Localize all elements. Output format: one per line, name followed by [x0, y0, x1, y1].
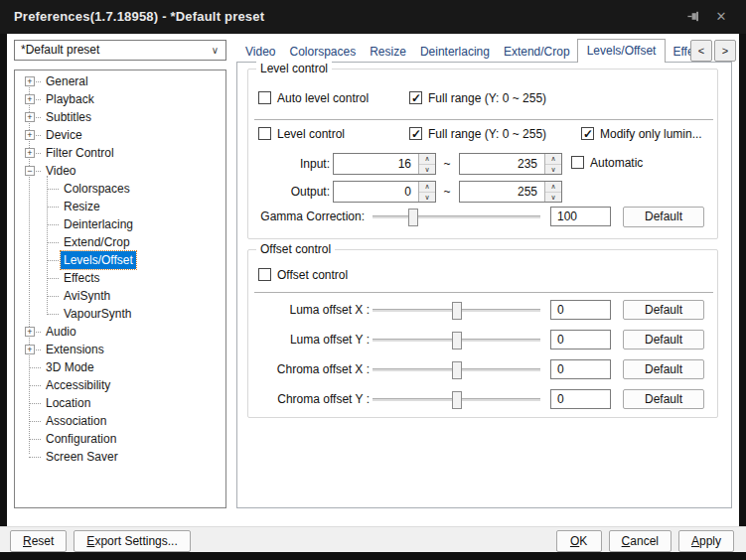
spin-up-icon[interactable]: ∧	[419, 154, 435, 165]
tree-expand-toggle-icon[interactable]: +	[25, 327, 35, 337]
tree-expand-toggle-icon[interactable]	[25, 398, 35, 408]
tree-item[interactable]: + Filter Control	[15, 144, 225, 162]
full-range-top-checkbox[interactable]: Full range (Y: 0 ~ 255)	[409, 91, 546, 105]
tree-item[interactable]: AviSynth	[15, 287, 225, 305]
footer-button[interactable]: OK	[556, 530, 602, 552]
tree-expand-toggle-icon[interactable]: −	[25, 166, 35, 176]
tree-expand-toggle-icon[interactable]: +	[25, 94, 35, 104]
group-title: Offset control	[256, 242, 335, 256]
full-range-checkbox[interactable]: Full range (Y: 0 ~ 255)	[409, 127, 546, 141]
tree-item[interactable]: Extend/Crop	[15, 233, 225, 251]
tree-item[interactable]: + Playback	[15, 90, 225, 108]
tree-item[interactable]: 3D Mode	[15, 358, 225, 376]
tree-item[interactable]: + General	[15, 72, 225, 90]
offset-value-field[interactable]: 0	[550, 359, 611, 379]
offset-control-checkbox[interactable]: Offset control	[258, 268, 348, 282]
tree-item[interactable]: Association	[15, 412, 225, 430]
spin-down-icon[interactable]: ∨	[545, 193, 561, 203]
gamma-value-field[interactable]: 100	[550, 207, 611, 226]
close-icon[interactable]: ✕	[712, 9, 730, 25]
tree-item[interactable]: Accessibility	[15, 376, 225, 394]
tree-expand-toggle-icon[interactable]	[25, 434, 35, 444]
tree-item[interactable]: + Subtitles	[15, 108, 225, 126]
footer-button[interactable]: Cancel	[609, 530, 671, 552]
tree-expand-toggle-icon[interactable]	[25, 452, 35, 462]
spin-down-icon[interactable]: ∨	[545, 165, 561, 175]
tree-expand-toggle-icon[interactable]	[25, 219, 35, 229]
gamma-slider-thumb[interactable]	[408, 209, 418, 226]
offset-slider[interactable]	[373, 398, 540, 401]
tree-expand-toggle-icon[interactable]	[25, 416, 35, 426]
tree-item[interactable]: Screen Saver	[15, 448, 225, 466]
offset-value-field[interactable]: 0	[550, 330, 611, 350]
tree-expand-toggle-icon[interactable]: +	[25, 345, 35, 354]
offset-slider-thumb[interactable]	[452, 391, 462, 409]
tree-item[interactable]: Deinterlacing	[15, 215, 225, 233]
footer-button[interactable]: Apply	[678, 530, 734, 552]
tab[interactable]: Colorspaces	[282, 41, 363, 63]
input-low-spinner[interactable]: 16 ∧∨	[333, 153, 436, 175]
tab-scroll-left-button[interactable]: <	[690, 40, 712, 62]
tree-expand-toggle-icon[interactable]	[25, 362, 35, 372]
tree-expand-toggle-icon[interactable]	[25, 202, 35, 211]
tree-expand-toggle-icon[interactable]	[25, 255, 35, 265]
tree-item[interactable]: Levels/Offset	[15, 251, 225, 269]
tree-item[interactable]: + Extensions	[15, 341, 225, 358]
automatic-checkbox[interactable]: Automatic	[571, 156, 643, 170]
offset-slider-thumb[interactable]	[452, 302, 462, 320]
spin-up-icon[interactable]: ∧	[419, 182, 435, 193]
tree-item[interactable]: − Video	[15, 162, 225, 180]
tree-item[interactable]: Location	[15, 394, 225, 412]
tab[interactable]: Extend/Crop	[497, 41, 577, 63]
offset-slider[interactable]	[373, 339, 540, 342]
tree-item[interactable]: VapourSynth	[15, 305, 225, 323]
tree-item[interactable]: + Device	[15, 126, 225, 144]
tree-item[interactable]: Effects	[15, 269, 225, 287]
level-control-checkbox[interactable]: Level control	[258, 127, 345, 141]
tree-expand-toggle-icon[interactable]	[25, 291, 35, 301]
spin-down-icon[interactable]: ∨	[419, 165, 435, 175]
tree-item[interactable]: Colorspaces	[15, 180, 225, 198]
offset-default-button[interactable]: Default	[623, 300, 704, 320]
gamma-default-button[interactable]: Default	[623, 207, 704, 227]
auto-level-control-checkbox[interactable]: Auto level control	[258, 91, 369, 105]
tab[interactable]: Levels/Offset	[577, 39, 667, 63]
tree-expand-toggle-icon[interactable]	[25, 184, 35, 194]
offset-value-field[interactable]: 0	[550, 389, 611, 409]
spin-down-icon[interactable]: ∨	[419, 193, 435, 203]
offset-slider-thumb[interactable]	[452, 361, 462, 379]
offset-slider-thumb[interactable]	[452, 332, 462, 350]
tab[interactable]: Video	[238, 41, 282, 63]
tab[interactable]: Deinterlacing	[413, 41, 497, 63]
output-high-spinner[interactable]: 255 ∧∨	[459, 181, 562, 203]
spin-up-icon[interactable]: ∧	[545, 154, 561, 165]
offset-value-field[interactable]: 0	[550, 300, 611, 320]
tree-item[interactable]: Resize	[15, 198, 225, 215]
tree-expand-toggle-icon[interactable]	[25, 380, 35, 390]
offset-slider[interactable]	[373, 309, 540, 312]
tree-expand-toggle-icon[interactable]: +	[25, 148, 35, 158]
offset-default-button[interactable]: Default	[623, 359, 704, 379]
tree-item[interactable]: + Audio	[15, 323, 225, 341]
footer-button[interactable]: Export Settings...	[74, 530, 190, 552]
spin-up-icon[interactable]: ∧	[545, 182, 561, 193]
tab-scroll-right-button[interactable]: >	[714, 40, 736, 62]
pin-icon[interactable]	[684, 9, 702, 25]
tree-expand-toggle-icon[interactable]: +	[25, 112, 35, 122]
offset-default-button[interactable]: Default	[623, 389, 704, 409]
preset-dropdown[interactable]: *Default preset ∨	[14, 40, 226, 61]
gamma-slider[interactable]	[373, 215, 540, 218]
tree-expand-toggle-icon[interactable]: +	[25, 130, 35, 140]
tree-item[interactable]: Configuration	[15, 430, 225, 448]
output-low-spinner[interactable]: 0 ∧∨	[333, 181, 436, 203]
footer-button[interactable]: Reset	[10, 530, 67, 552]
input-high-spinner[interactable]: 235 ∧∨	[459, 153, 562, 175]
offset-default-button[interactable]: Default	[623, 330, 704, 350]
offset-slider[interactable]	[373, 368, 540, 371]
tree-expand-toggle-icon[interactable]	[25, 309, 35, 319]
tree-expand-toggle-icon[interactable]	[25, 237, 35, 247]
modify-only-luminance-checkbox[interactable]: Modify only lumin...	[581, 127, 702, 141]
tab[interactable]: Resize	[363, 41, 413, 63]
tree-expand-toggle-icon[interactable]: +	[25, 76, 35, 86]
tree-expand-toggle-icon[interactable]	[25, 273, 35, 283]
